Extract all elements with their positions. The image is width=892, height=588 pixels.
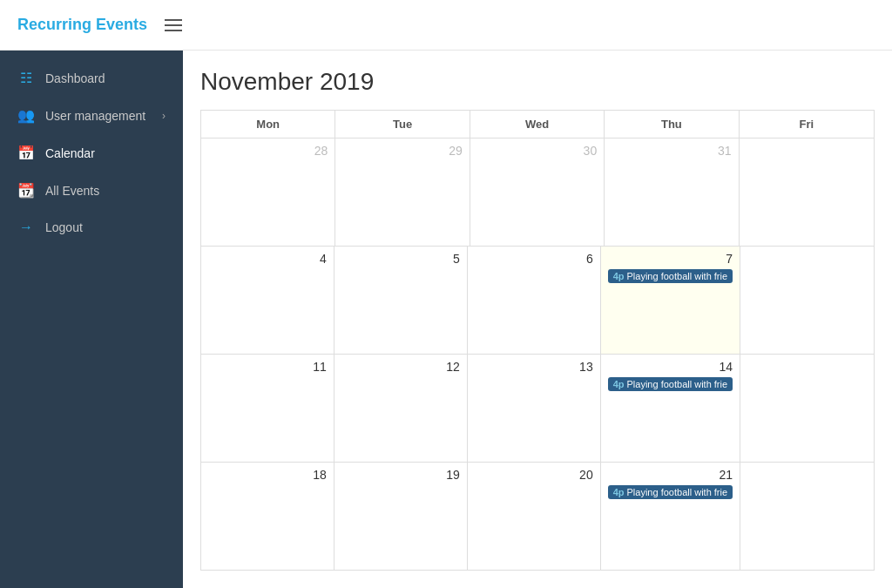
calendar-area: November 2019 Mon Tue Wed Thu Fri 28 29	[183, 51, 892, 588]
calendar-cell[interactable]	[740, 139, 874, 246]
calendar-cell[interactable]: 12	[334, 355, 468, 462]
day-header-mon: Mon	[201, 111, 335, 138]
events-icon: 📆	[17, 182, 35, 199]
sidebar-item-all-events[interactable]: 📆 All Events	[0, 172, 183, 209]
calendar-cell[interactable]: 6	[468, 247, 601, 354]
calendar-week: 11 12 13 14 4pPlaying football with frie	[201, 355, 874, 463]
sidebar-item-calendar[interactable]: 📅 Calendar	[0, 134, 183, 172]
app-title: Recurring Events	[17, 16, 147, 34]
calendar-cell[interactable]: 19	[334, 463, 468, 570]
day-header-fri: Fri	[740, 111, 874, 138]
calendar-week: 28 29 30 31	[201, 139, 874, 247]
calendar-cell[interactable]: 30	[470, 139, 605, 246]
day-header-wed: Wed	[470, 111, 605, 138]
calendar-title: November 2019	[200, 68, 875, 96]
event-tag[interactable]: 4pPlaying football with frie	[608, 377, 733, 391]
calendar-cell[interactable]: 20	[468, 463, 601, 570]
calendar-cell[interactable]: 5	[334, 247, 468, 354]
dashboard-icon: ☷	[17, 70, 35, 86]
calendar-cell[interactable]: 31	[605, 139, 739, 246]
sidebar-item-label: Logout	[45, 220, 166, 234]
calendar-cell[interactable]: 4	[201, 247, 334, 354]
sidebar-item-logout[interactable]: → Logout	[0, 209, 183, 246]
users-icon: 👥	[17, 107, 35, 124]
calendar-cell[interactable]: 13	[468, 355, 601, 462]
calendar-icon: 📅	[17, 145, 35, 161]
calendar-cell[interactable]: 18	[201, 463, 334, 570]
calendar-cell[interactable]: 29	[335, 139, 470, 246]
sidebar-item-label: Calendar	[45, 146, 166, 160]
calendar-cell[interactable]	[740, 355, 874, 462]
day-header-thu: Thu	[605, 111, 739, 138]
calendar-cell[interactable]: 21 4pPlaying football with frie	[601, 463, 740, 570]
calendar-cell[interactable]: 11	[201, 355, 334, 462]
sidebar-item-label: Dashboard	[45, 71, 166, 85]
calendar-cell[interactable]	[740, 247, 874, 354]
event-tag[interactable]: 4pPlaying football with frie	[608, 269, 733, 283]
hamburger-icon[interactable]	[165, 19, 182, 31]
sidebar: ☷ Dashboard 👥 User management › 📅 Calend…	[0, 51, 183, 588]
calendar-week: 18 19 20 21 4pPlaying football with frie	[201, 463, 874, 570]
sidebar-item-label: All Events	[45, 184, 166, 198]
calendar-body: 28 29 30 31	[201, 139, 874, 570]
sidebar-item-label: User management	[45, 109, 152, 123]
sidebar-item-dashboard[interactable]: ☷ Dashboard	[0, 59, 183, 97]
calendar-cell[interactable]	[740, 463, 874, 570]
calendar-cell[interactable]: 14 4pPlaying football with frie	[601, 355, 740, 462]
calendar-grid: Mon Tue Wed Thu Fri 28 29 30	[200, 110, 875, 571]
calendar-cell[interactable]: 28	[201, 139, 335, 246]
calendar-header-row: Mon Tue Wed Thu Fri	[201, 111, 874, 139]
calendar-week: 4 5 6 7 4pPlaying football with frie	[201, 247, 874, 355]
chevron-right-icon: ›	[162, 110, 166, 122]
sidebar-item-user-management[interactable]: 👥 User management ›	[0, 97, 183, 134]
event-tag[interactable]: 4pPlaying football with frie	[608, 485, 733, 499]
day-header-tue: Tue	[335, 111, 470, 138]
logout-icon: →	[17, 220, 35, 235]
calendar-cell-today[interactable]: 7 4pPlaying football with frie	[601, 247, 740, 354]
